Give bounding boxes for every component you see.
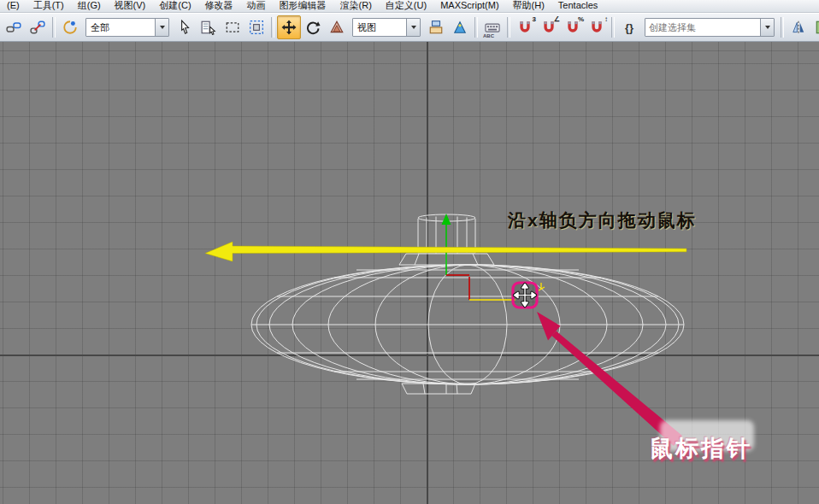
toolbar-separator — [474, 17, 478, 38]
select-and-scale-icon — [329, 20, 345, 35]
menu-edit[interactable]: (E) — [0, 0, 27, 12]
angle-snap-button[interactable]: ∠ — [537, 15, 561, 39]
chevron-down-icon — [411, 26, 416, 29]
snap-toggle-button[interactable]: 3 — [513, 15, 537, 39]
window-crossing-icon — [249, 20, 264, 35]
menu-graph-editors[interactable]: 图形编辑器 — [273, 0, 333, 12]
select-by-name-icon — [201, 20, 216, 35]
toolbar-separator — [611, 17, 615, 38]
main-toolbar: 全部 — [0, 13, 819, 42]
menu-views[interactable]: 视图(V) — [108, 0, 153, 12]
selection-filter-combobox[interactable]: 全部 — [85, 18, 169, 37]
rectangular-selection-icon — [225, 20, 240, 35]
select-and-rotate-icon — [305, 20, 321, 35]
mirror-button[interactable] — [787, 15, 810, 39]
select-and-scale-button[interactable] — [325, 15, 349, 39]
spinner-snap-button[interactable]: ↕ — [585, 15, 609, 39]
selection-filter-dropdown-button[interactable] — [155, 19, 168, 36]
grid-axis-vertical — [427, 41, 428, 504]
keyboard-override-button[interactable]: ABC — [480, 15, 504, 39]
menu-group[interactable]: 组(G) — [71, 0, 108, 12]
spinner-snap-badge: ↕ — [604, 15, 608, 23]
reference-coordinate-combobox[interactable]: 视图 — [352, 18, 421, 37]
chevron-down-icon — [765, 26, 770, 29]
select-and-link-button[interactable] — [2, 15, 26, 39]
reference-coordinate-value: 视图 — [353, 21, 406, 34]
annotation-pointer-label: 鼠标指针 — [650, 433, 752, 464]
select-and-move-button[interactable] — [277, 15, 301, 39]
align-icon — [815, 20, 819, 35]
toolbar-separator — [507, 17, 510, 38]
percent-snap-button[interactable]: % — [561, 15, 585, 39]
abc-label: ABC — [483, 33, 494, 38]
align-button[interactable] — [810, 15, 819, 39]
grid-axis-horizontal — [0, 355, 819, 356]
select-and-move-icon — [281, 20, 297, 35]
menu-rendering[interactable]: 渲染(R) — [333, 0, 379, 12]
menu-help[interactable]: 帮助(H) — [506, 0, 551, 12]
bind-to-space-warp-icon — [62, 20, 78, 35]
select-and-link-icon — [6, 20, 21, 35]
braces-icon: {} — [625, 21, 633, 34]
select-and-manipulate-button[interactable] — [448, 15, 472, 39]
annotation-drag-direction: 沿x轴负方向拖动鼠标 — [508, 208, 697, 232]
angle-snap-badge: ∠ — [554, 15, 560, 23]
select-and-rotate-button[interactable] — [301, 15, 325, 39]
selection-filter-value: 全部 — [86, 21, 155, 34]
bind-to-space-warp-button[interactable] — [58, 15, 82, 39]
percent-snap-badge: % — [578, 15, 584, 23]
menu-modifiers[interactable]: 修改器 — [198, 0, 240, 12]
toolbar-separator — [271, 17, 274, 38]
select-by-name-button[interactable] — [197, 15, 221, 39]
select-object-button[interactable] — [173, 15, 197, 39]
snap-level-badge: 3 — [533, 15, 536, 23]
menu-tentacles[interactable]: Tentacles — [551, 0, 604, 12]
chevron-down-icon — [160, 26, 165, 29]
menu-tools[interactable]: 工具(T) — [27, 0, 71, 12]
rectangular-selection-button[interactable] — [221, 15, 245, 39]
unlink-selection-button[interactable] — [26, 15, 50, 39]
named-selection-set-input[interactable] — [645, 20, 760, 35]
menu-maxscript[interactable]: MAXScript(M) — [433, 0, 505, 12]
window-crossing-button[interactable] — [245, 15, 268, 39]
spinner-snap-magnet-icon — [589, 20, 604, 35]
named-selection-set-dropdown-button[interactable] — [760, 19, 774, 36]
select-and-manipulate-icon — [452, 20, 468, 35]
use-pivot-center-button[interactable] — [424, 15, 448, 39]
menu-create[interactable]: 创建(C) — [152, 0, 197, 12]
unlink-selection-icon — [30, 20, 45, 35]
menu-animation[interactable]: 动画 — [240, 0, 273, 12]
use-pivot-center-icon — [428, 20, 444, 35]
named-selection-set-combobox[interactable] — [645, 18, 775, 37]
toolbar-separator — [781, 17, 784, 38]
menu-customize[interactable]: 自定义(U) — [379, 0, 433, 12]
menu-bar: (E) 工具(T) 组(G) 视图(V) 创建(C) 修改器 动画 图形编辑器 … — [0, 0, 819, 13]
reference-coordinate-dropdown-button[interactable] — [406, 19, 420, 36]
select-object-icon — [177, 20, 192, 35]
mirror-icon — [791, 20, 806, 35]
toolbar-separator — [52, 17, 56, 38]
edit-named-selection-sets-button[interactable]: {} — [617, 15, 641, 39]
snap-magnet-icon — [517, 20, 533, 35]
